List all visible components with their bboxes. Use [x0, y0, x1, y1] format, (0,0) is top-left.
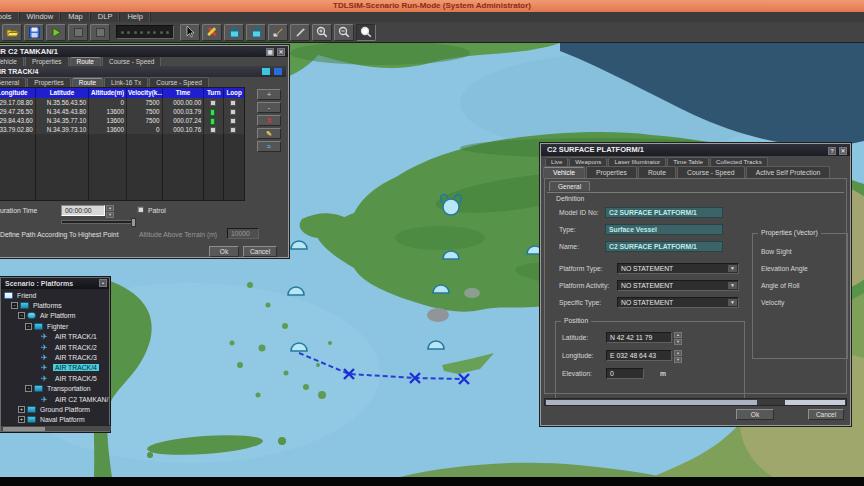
expand-icon[interactable]: + [18, 416, 25, 423]
delete-route-button[interactable]: X [257, 115, 281, 126]
collapse-icon[interactable]: - [18, 312, 25, 319]
remove-waypoint-button[interactable]: - [257, 102, 281, 113]
loop-checkbox[interactable] [230, 109, 236, 115]
route-progress-slider[interactable] [61, 220, 135, 224]
tree-item-air-platform[interactable]: -Air Platform [1, 311, 109, 321]
menu-map[interactable]: Map [61, 12, 91, 22]
tab-active-self-protection[interactable]: Active Self Protection [746, 166, 831, 178]
tree-horizontal-scrollbar[interactable] [1, 425, 111, 431]
column-header[interactable]: Velocity(k... [127, 88, 163, 98]
tab-route[interactable]: Route [72, 77, 103, 87]
select-cursor-button[interactable] [180, 24, 200, 41]
tab-properties[interactable]: Properties [25, 57, 69, 66]
platform-dialog-scrollbar[interactable] [544, 398, 847, 406]
tab-link-16-tx[interactable]: Link-16 Tx [104, 77, 148, 87]
tab-laser-illuminator[interactable]: Laser Illuminator [608, 157, 666, 166]
longitude-spinner[interactable]: ▲▼ [674, 350, 682, 361]
tab-live[interactable]: Live [545, 157, 568, 166]
column-header[interactable]: Loop [224, 88, 244, 98]
tree-item-friend[interactable]: Friend [1, 290, 109, 300]
tree-item-transportation[interactable]: -Transportation [1, 384, 109, 394]
zoom-window-button[interactable] [356, 24, 376, 41]
tab-general[interactable]: General [0, 77, 26, 87]
latitude-input[interactable]: N 42 42 11 79 [606, 332, 672, 343]
turn-indicator[interactable] [210, 118, 215, 125]
waypoint-table[interactable]: LongitudeLatitudeAltitude(m)Velocity(k..… [0, 87, 245, 201]
turn-indicator[interactable] [210, 109, 215, 116]
elevation-input[interactable]: 0 [606, 368, 644, 379]
column-header[interactable]: Latitude [36, 88, 90, 98]
chart-icon[interactable] [274, 68, 282, 75]
platform-type-dropdown[interactable]: NO STATEMENT ▼ [617, 263, 739, 274]
tab-properties[interactable]: Properties [586, 166, 637, 178]
tab-collected-tracks[interactable]: Collected Tracks [710, 157, 768, 166]
menu-tools[interactable]: Tools [0, 12, 20, 22]
measure-button[interactable] [268, 24, 288, 41]
help-icon[interactable]: ? [828, 147, 836, 155]
column-header[interactable]: Altitude(m) [89, 88, 127, 98]
platform-dialog-titlebar[interactable]: C2 SURFACE PLATFORM/1 ? ✕ [541, 144, 850, 156]
tab-properties[interactable]: Properties [27, 77, 71, 87]
altitude-terrain-input[interactable]: 10000 [227, 228, 259, 239]
tree-item-ground-platform[interactable]: +Ground Platform [1, 404, 109, 414]
tree-item-air-c2-tamkan-1[interactable]: ✈AIR C2 TAMKAN/1 [1, 394, 109, 404]
pin-icon[interactable]: • [99, 279, 107, 287]
tab-course-speed[interactable]: Course - Speed [677, 166, 745, 178]
menu-help[interactable]: Help [120, 12, 150, 22]
unlock-view-button[interactable] [246, 24, 266, 41]
turn-cell[interactable] [204, 98, 224, 107]
column-header[interactable]: Turn [204, 88, 224, 98]
tree-item-naval-platform[interactable]: +Naval Platform [1, 415, 109, 424]
tab-vehicle[interactable]: Vehicle [0, 57, 24, 66]
type-value[interactable]: Surface Vessel [605, 224, 723, 235]
duration-spinner[interactable]: ▲▼ [106, 205, 114, 216]
tools-button[interactable] [202, 24, 222, 41]
run-button[interactable] [46, 24, 66, 41]
specific-type-dropdown[interactable]: NO STATEMENT ▼ [617, 297, 739, 308]
zoom-in-button[interactable] [312, 24, 332, 41]
turn-checkbox[interactable] [210, 100, 216, 106]
platform-activity-dropdown[interactable]: NO STATEMENT ▼ [617, 280, 739, 291]
loop-checkbox[interactable] [230, 118, 236, 124]
latitude-spinner[interactable]: ▲▼ [674, 332, 682, 343]
table-row[interactable]: 29.84.43.60N.34.35.77.10136007500000.07.… [0, 116, 244, 125]
draw-line-button[interactable] [290, 24, 310, 41]
model-id-value[interactable]: C2 SURFACE PLATFORM/1 [605, 207, 723, 218]
pencil-icon[interactable] [262, 68, 270, 75]
menu-dlp[interactable]: DLP [91, 12, 121, 22]
tree-item-air-track-2[interactable]: ✈AIR TRACK/2 [1, 342, 109, 352]
column-header[interactable]: Time [163, 88, 205, 98]
tab-route[interactable]: Route [70, 57, 101, 66]
route-ok-button[interactable]: Ok [209, 246, 239, 257]
loop-checkbox[interactable] [230, 127, 236, 133]
tab-vehicle[interactable]: Vehicle [543, 166, 585, 178]
table-row[interactable]: 33.79.02.80N.34.39.73.10136000000.10.76 [0, 125, 244, 134]
table-row[interactable]: 29.47.26.50N.34.45.43.80136007500000.03.… [0, 107, 244, 116]
tree-item-air-track-5[interactable]: ✈AIR TRACK/5 [1, 373, 109, 383]
open-scenario-button[interactable] [2, 24, 22, 41]
lock-view-button[interactable] [224, 24, 244, 41]
tab-time-table[interactable]: Time Table [667, 157, 709, 166]
column-header[interactable]: Longitude [0, 88, 36, 98]
loop-cell[interactable] [224, 107, 244, 116]
add-waypoint-button[interactable]: + [257, 89, 281, 100]
expand-icon[interactable]: + [18, 406, 25, 413]
tree-item-fighter[interactable]: -Fighter [1, 321, 109, 331]
tree-item-platforms[interactable]: -Platforms [1, 300, 109, 310]
menu-window[interactable]: Window [20, 12, 62, 22]
name-value[interactable]: C2 SURFACE PLATFORM/1 [605, 241, 723, 252]
collapse-icon[interactable]: - [11, 302, 18, 309]
loop-cell[interactable] [224, 116, 244, 125]
chevron-down-icon[interactable]: ▼ [728, 282, 737, 289]
tree-item-air-track-1[interactable]: ✈AIR TRACK/1 [1, 332, 109, 342]
tab-route[interactable]: Route [638, 166, 676, 178]
tab-general[interactable]: General [549, 181, 590, 191]
zoom-out-button[interactable] [334, 24, 354, 41]
platform-ok-button[interactable]: Ok [736, 409, 774, 420]
route-dialog-titlebar[interactable]: AIR C2 TAMKAN/1 ▣ ✕ [0, 46, 288, 57]
route-cancel-button[interactable]: Cancel [243, 246, 277, 257]
loop-cell[interactable] [224, 98, 244, 107]
tree-item-air-track-4[interactable]: ✈AIR TRACK/4 [1, 363, 109, 373]
patrol-checkbox[interactable] [137, 206, 144, 213]
show-route-button[interactable]: ≈ [257, 141, 281, 152]
